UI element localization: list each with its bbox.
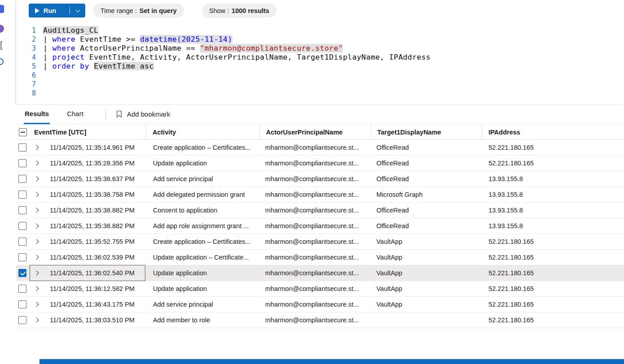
column-header-ipaddress[interactable]: IPAddress bbox=[482, 125, 624, 139]
cell-actor: mharmon@compliantsecure.st... bbox=[259, 316, 371, 324]
cell-eventtime: 11/14/2025, 11:35:38.882 PM bbox=[43, 207, 146, 214]
table-row[interactable]: 11/14/2025, 11:36:02.539 PMUpdate applic… bbox=[16, 250, 624, 265]
column-header-actor[interactable]: ActorUserPrincipalName bbox=[259, 125, 371, 139]
table-row[interactable]: 11/14/2025, 11:35:28.356 PMUpdate applic… bbox=[16, 156, 624, 171]
chevron-right-icon[interactable] bbox=[34, 223, 39, 228]
row-checkbox-cell bbox=[16, 143, 30, 152]
chevron-right-icon[interactable] bbox=[34, 160, 39, 165]
table-row[interactable]: 11/14/2025, 11:36:02.540 PMUpdate applic… bbox=[16, 265, 624, 281]
table-row[interactable]: 11/14/2025, 11:36:43.175 PMAdd service p… bbox=[16, 297, 624, 312]
cell-activity: Update application bbox=[146, 269, 259, 277]
table-row[interactable]: 11/14/2025, 11:35:52.755 PMCreate applic… bbox=[16, 234, 624, 250]
chevron-right-icon[interactable] bbox=[34, 176, 39, 181]
cell-activity: Consent to application bbox=[146, 207, 259, 214]
chevron-right-icon[interactable] bbox=[34, 286, 39, 291]
run-button[interactable]: Run bbox=[29, 7, 70, 14]
cell-eventtime: 11/14/2025, 11:35:28.356 PM bbox=[43, 160, 146, 167]
cell-eventtime: 11/14/2025, 11:36:02.540 PM bbox=[43, 269, 146, 277]
expand-row-cell bbox=[30, 318, 43, 322]
table-row[interactable]: 11/14/2025, 11:35:38.758 PMAdd delegated… bbox=[16, 187, 624, 203]
add-bookmark-label: Add bookmark bbox=[127, 110, 170, 118]
cell-eventtime: 11/14/2025, 11:36:02.539 PM bbox=[43, 254, 146, 261]
row-checkbox-cell bbox=[16, 269, 30, 277]
table-row[interactable]: 11/14/2025, 11:36:12.582 PMUpdate applic… bbox=[16, 281, 624, 297]
cell-ipaddress: 52.221.180.165 bbox=[482, 160, 624, 167]
kql-editor[interactable]: 1AuditLogs_CL2| where EventTime >= datet… bbox=[16, 22, 624, 104]
app-icon-purple[interactable] bbox=[0, 25, 4, 33]
cell-ipaddress: 13.93.155.8 bbox=[482, 175, 624, 182]
row-checkbox[interactable] bbox=[18, 238, 26, 246]
row-checkbox[interactable] bbox=[18, 191, 26, 199]
chevron-right-icon[interactable] bbox=[34, 145, 39, 150]
add-bookmark-button[interactable]: Add bookmark bbox=[115, 110, 170, 118]
cell-actor: mharmon@compliantsecure.st... bbox=[259, 191, 371, 198]
cell-actor: mharmon@compliantsecure.st... bbox=[259, 175, 371, 182]
chevron-right-icon[interactable] bbox=[34, 208, 39, 212]
row-checkbox[interactable] bbox=[18, 222, 26, 230]
row-checkbox[interactable] bbox=[18, 253, 26, 261]
column-header-target[interactable]: Target1DisplayName bbox=[371, 125, 482, 139]
code-line: 2| where EventTime >= datetime(2025-11-1… bbox=[16, 35, 624, 44]
logs-query-screen: [ Run Time range : Set in query Show : bbox=[0, 0, 624, 364]
cell-activity: Add delegated permission grant bbox=[146, 191, 259, 198]
app-icon-bracket[interactable]: [ bbox=[0, 40, 3, 49]
row-checkbox[interactable] bbox=[18, 206, 26, 214]
time-range-picker[interactable]: Time range : Set in query bbox=[93, 4, 184, 17]
line-number: 8 bbox=[16, 89, 36, 98]
chevron-right-icon[interactable] bbox=[34, 255, 39, 260]
row-checkbox[interactable] bbox=[18, 143, 26, 152]
expand-row-cell bbox=[30, 177, 43, 181]
code-lines: 1AuditLogs_CL2| where EventTime >= datet… bbox=[16, 26, 624, 98]
cell-ipaddress: 52.221.180.165 bbox=[482, 254, 624, 261]
tab-chart[interactable]: Chart bbox=[66, 104, 84, 124]
app-icon-blue[interactable] bbox=[0, 5, 4, 13]
table-row[interactable]: 11/14/2025, 11:35:38.637 PMAdd service p… bbox=[16, 171, 624, 187]
table-row[interactable]: 11/14/2025, 11:38:03.510 PMAdd member to… bbox=[16, 312, 624, 328]
cell-eventtime: 11/14/2025, 11:35:38.758 PM bbox=[43, 191, 146, 198]
cell-activity: Update application – Certificate... bbox=[146, 254, 259, 261]
column-header-eventtime[interactable]: EventTime [UTC] bbox=[30, 125, 146, 139]
cell-actor: mharmon@compliantsecure.st... bbox=[259, 254, 371, 261]
time-range-label: Time range : bbox=[100, 7, 137, 14]
row-checkbox-cell bbox=[16, 159, 30, 167]
expand-row-cell bbox=[30, 161, 43, 165]
table-header: EventTime [UTC] Activity ActorUserPrinci… bbox=[16, 124, 624, 140]
table-row[interactable]: 11/14/2025, 11:35:38.882 PMAdd app role … bbox=[16, 218, 624, 234]
column-header-activity[interactable]: Activity bbox=[146, 125, 259, 139]
row-checkbox[interactable] bbox=[18, 159, 26, 167]
table-row[interactable]: 11/14/2025, 11:35:14.961 PMCreate applic… bbox=[16, 140, 624, 156]
row-checkbox[interactable] bbox=[18, 269, 26, 277]
row-checkbox[interactable] bbox=[18, 316, 26, 324]
chevron-right-icon[interactable] bbox=[34, 302, 39, 307]
row-checkbox[interactable] bbox=[18, 175, 26, 183]
line-number: 5 bbox=[16, 62, 36, 71]
select-all-checkbox[interactable] bbox=[19, 128, 27, 136]
table-row[interactable]: 11/14/2025, 11:35:38.882 PMConsent to ap… bbox=[16, 203, 624, 218]
app-icon-ring[interactable] bbox=[0, 58, 4, 65]
chevron-right-icon[interactable] bbox=[34, 317, 39, 322]
expand-row-cell bbox=[30, 256, 43, 259]
code-line: 1AuditLogs_CL bbox=[16, 26, 624, 35]
row-checkbox-cell bbox=[16, 191, 30, 199]
code-text: | order by EventTime asc bbox=[43, 62, 154, 71]
chevron-right-icon[interactable] bbox=[34, 192, 39, 197]
code-line: 5| order by EventTime asc bbox=[16, 62, 624, 71]
chevron-right-icon[interactable] bbox=[34, 270, 39, 275]
cell-eventtime: 11/14/2025, 11:38:03.510 PM bbox=[43, 316, 146, 324]
time-range-value: Set in query bbox=[140, 7, 177, 14]
line-number: 4 bbox=[16, 53, 36, 62]
expand-row-cell bbox=[30, 271, 43, 275]
show-results-picker[interactable]: Show : 1000 results bbox=[202, 4, 276, 17]
row-checkbox[interactable] bbox=[18, 300, 26, 308]
show-value: 1000 results bbox=[231, 7, 269, 14]
tab-results[interactable]: Results bbox=[24, 104, 50, 124]
cell-eventtime: 11/14/2025, 11:35:14.961 PM bbox=[43, 144, 146, 151]
code-text: | where ActorUserPrincipalName == "mharm… bbox=[43, 44, 343, 53]
cell-activity: Create application – Certificates... bbox=[146, 238, 259, 245]
cell-actor: mharmon@compliantsecure.st... bbox=[259, 301, 371, 308]
run-dropdown-button[interactable] bbox=[70, 4, 85, 17]
chevron-right-icon[interactable] bbox=[34, 239, 39, 244]
row-checkbox[interactable] bbox=[18, 285, 26, 293]
expand-row-cell bbox=[30, 208, 43, 212]
cell-ipaddress: 52.221.180.165 bbox=[482, 269, 624, 277]
